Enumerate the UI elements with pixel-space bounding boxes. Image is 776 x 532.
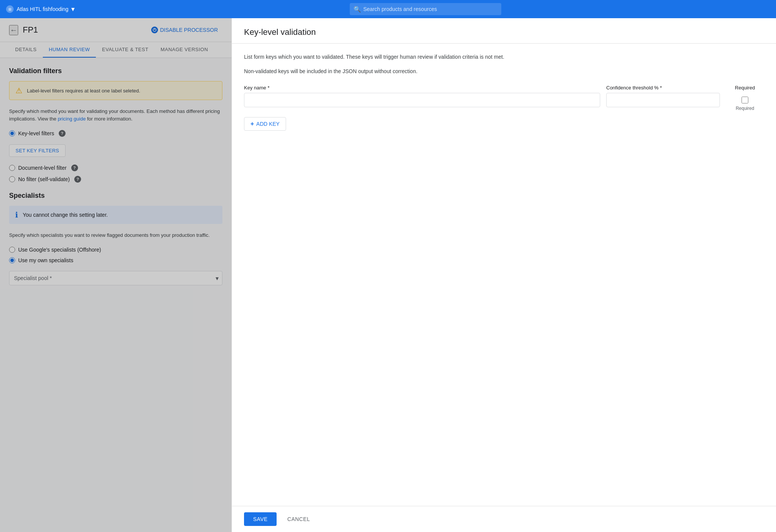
processor-header: ← FP1 DISABLE PROCESSOR: [0, 18, 232, 42]
add-key-button[interactable]: + ADD KEY: [244, 117, 286, 131]
nav-brand: ⊞ Atlas HITL fishfooding ▾: [6, 5, 75, 13]
search-icon: 🔍: [354, 6, 361, 13]
main-layout: ← FP1 DISABLE PROCESSOR DETAILS HUMAN RE…: [0, 18, 776, 532]
key-name-input[interactable]: [244, 93, 600, 107]
key-level-label: Key-level filters: [18, 130, 54, 136]
no-filter-option[interactable]: No filter (self-validate) ?: [9, 176, 222, 183]
tab-human-review[interactable]: HUMAN REVIEW: [43, 42, 96, 58]
key-form-grid: Key name * Confidence threshold % * 70 R…: [244, 85, 764, 111]
required-text: Required: [736, 106, 754, 111]
specialist-pool-dropdown-wrap: Specialist pool * ▾: [9, 271, 222, 285]
google-specialists-label: Use Google's specialists (Offshore): [18, 247, 101, 253]
info-icon: ℹ: [15, 210, 18, 219]
set-key-filters-button[interactable]: SET KEY FILTERS: [9, 144, 66, 157]
key-level-filter-option[interactable]: Key-level filters ?: [9, 130, 222, 137]
brand-name: Atlas HITL fishfooding: [17, 6, 68, 12]
info-box: ℹ You cannot change this setting later.: [9, 206, 222, 224]
confidence-input[interactable]: 70: [606, 93, 720, 107]
apps-icon[interactable]: ⊞: [6, 5, 14, 13]
google-specialists-radio[interactable]: [9, 247, 15, 253]
document-level-radio[interactable]: [9, 165, 15, 171]
brand-dropdown-icon[interactable]: ▾: [71, 5, 75, 13]
dialog-panel: Key-level validation List form keys whic…: [232, 18, 776, 532]
confidence-column: Confidence threshold % * 70: [606, 85, 720, 107]
add-key-label: ADD KEY: [256, 121, 279, 127]
tabs: DETAILS HUMAN REVIEW EVALUATE & TEST MAN…: [0, 42, 232, 58]
processor-title: FP1: [23, 25, 142, 35]
document-level-filter-option[interactable]: Document-level filter ?: [9, 164, 222, 171]
confidence-label: Confidence threshold % *: [606, 85, 720, 91]
specialists-title: Specialists: [9, 192, 222, 200]
dialog-body: List form keys which you want to validat…: [232, 44, 776, 506]
required-label: Required: [735, 85, 755, 91]
key-name-label: Key name *: [244, 85, 600, 91]
search-wrap: 🔍: [350, 3, 501, 15]
plus-icon: +: [250, 120, 254, 127]
document-level-help-icon[interactable]: ?: [71, 164, 78, 171]
warning-text: Label-level filters requires at least on…: [27, 88, 140, 94]
info-text: You cannot change this setting later.: [23, 212, 108, 218]
validation-description: Specify which method you want for valida…: [9, 108, 222, 122]
no-filter-label: No filter (self-validate): [18, 176, 70, 182]
other-filter-options: Document-level filter ? No filter (self-…: [9, 164, 222, 183]
cancel-button[interactable]: CANCEL: [281, 512, 316, 526]
left-content: Validation filters ⚠ Label-level filters…: [0, 58, 232, 532]
required-checkbox[interactable]: [742, 97, 748, 103]
tab-details[interactable]: DETAILS: [9, 42, 43, 58]
dialog-header: Key-level validation: [232, 18, 776, 44]
google-specialists-option[interactable]: Use Google's specialists (Offshore): [9, 247, 222, 253]
top-nav: ⊞ Atlas HITL fishfooding ▾ 🔍: [0, 0, 776, 18]
save-button[interactable]: SAVE: [244, 512, 277, 526]
key-level-radio[interactable]: [9, 130, 15, 136]
pricing-guide-link[interactable]: pricing guide: [58, 116, 86, 122]
disable-button-label: DISABLE PROCESSOR: [160, 27, 218, 33]
tab-manage-version[interactable]: MANAGE VERSION: [155, 42, 214, 58]
search-input[interactable]: [350, 3, 501, 15]
warning-box: ⚠ Label-level filters requires at least …: [9, 81, 222, 100]
warning-icon: ⚠: [16, 86, 22, 95]
specialists-description: Specify which specialists you want to re…: [9, 232, 222, 239]
dialog-footer: SAVE CANCEL: [232, 506, 776, 532]
tab-evaluate-test[interactable]: EVALUATE & TEST: [96, 42, 154, 58]
required-column: Required Required: [726, 85, 764, 111]
dialog-desc-1: List form keys which you want to validat…: [244, 53, 764, 61]
dialog-title: Key-level validation: [244, 27, 764, 37]
own-specialists-radio[interactable]: [9, 257, 15, 263]
left-panel: ← FP1 DISABLE PROCESSOR DETAILS HUMAN RE…: [0, 18, 232, 532]
power-icon: [151, 27, 158, 33]
key-level-help-icon[interactable]: ?: [59, 130, 66, 137]
no-filter-help-icon[interactable]: ?: [74, 176, 81, 183]
dialog-desc-2: Non-validated keys will be included in t…: [244, 67, 764, 75]
specialist-pool-select[interactable]: Specialist pool *: [9, 271, 222, 285]
specialists-radio-group: Use Google's specialists (Offshore) Use …: [9, 247, 222, 263]
document-level-label: Document-level filter: [18, 165, 67, 171]
own-specialists-label: Use my own specialists: [18, 257, 74, 263]
validation-filters-title: Validation filters: [9, 67, 222, 75]
no-filter-radio[interactable]: [9, 176, 15, 182]
filter-radio-group: Key-level filters ?: [9, 130, 222, 137]
disable-processor-button[interactable]: DISABLE PROCESSOR: [147, 24, 223, 36]
own-specialists-option[interactable]: Use my own specialists: [9, 257, 222, 263]
back-button[interactable]: ←: [9, 25, 18, 35]
required-checkbox-wrap: [742, 95, 748, 103]
key-name-column: Key name *: [244, 85, 600, 107]
